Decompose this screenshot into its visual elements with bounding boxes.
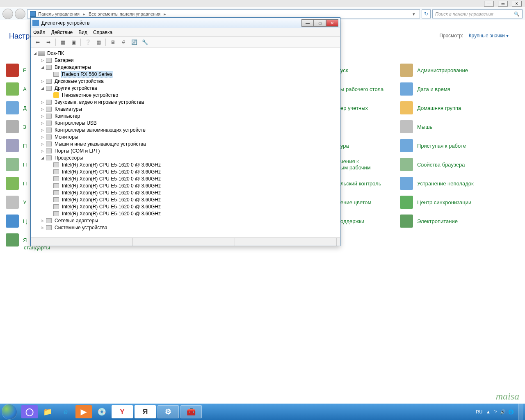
cp-item[interactable]: чения к ым рабочим	[340, 155, 402, 174]
tree-toggle[interactable]: ▷	[40, 58, 45, 63]
tree-row[interactable]: ▷Звуковые, видео и игровые устройства	[31, 98, 340, 105]
tree-toggle[interactable]: ▷	[40, 148, 45, 153]
tree-row[interactable]: ▷Дисковые устройства	[31, 78, 340, 84]
tree-toggle[interactable]: ▷	[40, 225, 45, 230]
view-selector[interactable]: Просмотр: Крупные значки ▾	[439, 33, 509, 39]
tree-row[interactable]: Intel(R) Xeon(R) CPU E5-1620 0 @ 3.60GHz	[31, 168, 340, 175]
tree-row[interactable]: ▷Контроллеры USB	[31, 119, 340, 126]
search-icon[interactable]: 🔍	[514, 11, 520, 17]
menu-item[interactable]: Файл	[33, 30, 46, 35]
cp-item[interactable]: Свойства браузера	[400, 155, 507, 174]
dm-maximize-button[interactable]: ▭	[314, 19, 326, 27]
tree-row[interactable]: Intel(R) Xeon(R) CPU E5-1620 0 @ 3.60GHz	[31, 210, 340, 217]
tree-toggle[interactable]: ◢	[32, 51, 37, 56]
show-desktop-button[interactable]	[518, 404, 523, 420]
cp-item[interactable]: П	[6, 155, 29, 174]
tree-row[interactable]: ▷Сетевые адаптеры	[31, 217, 340, 224]
tree-row[interactable]: ◢Другие устройства	[31, 84, 340, 91]
tree-toggle[interactable]: ◢	[40, 155, 45, 160]
minimize-button[interactable]: —	[484, 1, 494, 7]
tray-icon[interactable]: 🔊	[500, 409, 506, 414]
menu-item[interactable]: Действие	[51, 30, 73, 35]
cp-item[interactable]: уск	[340, 61, 402, 80]
tree-row[interactable]: Radeon RX 560 Series	[31, 71, 340, 78]
toolbar-button[interactable]: 🔧	[140, 38, 149, 47]
tree-row[interactable]: ◢Процессоры	[31, 154, 340, 161]
cp-item[interactable]: Администрирование	[400, 61, 507, 80]
close-button[interactable]: ✕	[512, 1, 522, 7]
tree-toggle[interactable]: ▷	[40, 114, 45, 119]
tree-toggle[interactable]: ◢	[40, 65, 45, 70]
toolbar-button[interactable]: 🖨	[119, 38, 128, 47]
system-tray[interactable]: RU ▲🏳🔊🌐	[476, 409, 518, 415]
start-button[interactable]	[2, 404, 17, 420]
cp-item[interactable]: Центр синхронизации	[400, 193, 507, 212]
tree-row[interactable]: ◢Dos-ПК	[31, 50, 340, 57]
tree-toggle[interactable]: ▷	[40, 121, 45, 126]
tray-icon[interactable]: 🌐	[508, 409, 514, 414]
tree-row[interactable]: Intel(R) Xeon(R) CPU E5-1620 0 @ 3.60GHz	[31, 175, 340, 182]
toolbar-button[interactable]: ➡	[44, 38, 53, 47]
menu-item[interactable]: Справка	[93, 30, 112, 35]
tree-row[interactable]: ▷Батареи	[31, 57, 340, 64]
cp-item[interactable]	[340, 231, 402, 249]
cp-item[interactable]: Д	[6, 98, 29, 117]
taskbar-control-panel-button[interactable]: ⚙	[158, 405, 179, 418]
cp-item[interactable]: ы рабочего стола	[340, 80, 402, 98]
toolbar-button[interactable]: ▣	[69, 38, 78, 47]
cp-item[interactable]: ер учетных	[340, 98, 402, 117]
taskbar-explorer-button[interactable]: 📁	[39, 405, 56, 418]
cp-item[interactable]: Приступая к работе	[400, 136, 507, 155]
toolbar-button[interactable]: 🔄	[130, 38, 139, 47]
cp-item[interactable]: У	[6, 193, 29, 212]
dm-minimize-button[interactable]: —	[301, 19, 314, 27]
refresh-button[interactable]: ↻	[422, 9, 431, 18]
taskbar-wmp-button[interactable]: ▶	[75, 405, 92, 418]
maximize-button[interactable]: ▭	[498, 1, 508, 7]
cp-item[interactable]	[340, 117, 402, 136]
cp-item[interactable]: Устранение неполадок	[400, 174, 507, 193]
tree-row[interactable]: ▷Мониторы	[31, 133, 340, 140]
cp-item[interactable]: ура	[340, 136, 402, 155]
tree-row[interactable]: Intel(R) Xeon(R) CPU E5-1620 0 @ 3.60GHz	[31, 189, 340, 196]
toolbar-button[interactable]: ▦	[94, 38, 103, 47]
nav-back-button[interactable]	[2, 9, 13, 19]
cp-item[interactable]: ение цветом	[340, 193, 402, 212]
view-value[interactable]: Крупные значки ▾	[469, 33, 509, 39]
cp-item[interactable]: F	[6, 61, 29, 80]
menu-item[interactable]: Вид	[78, 30, 87, 35]
tree-toggle[interactable]: ◢	[40, 86, 45, 91]
taskbar-cortana-button[interactable]: ◯	[21, 405, 38, 418]
search-input[interactable]: Поиск в панели управления 🔍	[432, 9, 523, 18]
tree-toggle[interactable]: ▷	[40, 218, 45, 223]
tree-row[interactable]: Intel(R) Xeon(R) CPU E5-1620 0 @ 3.60GHz	[31, 196, 340, 203]
cp-item[interactable]: Ц	[6, 212, 29, 231]
tree-row[interactable]: Intel(R) Xeon(R) CPU E5-1620 0 @ 3.60GHz	[31, 203, 340, 210]
tree-row[interactable]: ▷Мыши и иные указывающие устройства	[31, 140, 340, 147]
cp-item[interactable]: Домашняя группа	[400, 98, 507, 117]
cp-item[interactable]: А	[6, 80, 29, 98]
cp-item[interactable]: П	[6, 174, 29, 193]
tray-icon[interactable]: 🏳	[493, 409, 498, 414]
cp-item[interactable]: З	[6, 117, 29, 136]
tree-toggle[interactable]: ▷	[40, 128, 45, 132]
cp-item[interactable]: Электропитание	[400, 212, 507, 231]
nav-forward-button[interactable]	[15, 9, 25, 19]
toolbar-button[interactable]: ▦	[58, 38, 67, 47]
dm-titlebar[interactable]: Диспетчер устройств — ▭ ✕	[31, 18, 340, 28]
breadcrumb-part-0[interactable]: Панель управления	[38, 11, 80, 16]
toolbar-button[interactable]: ⬅	[33, 38, 42, 47]
tree-row[interactable]: Неизвестное устройство	[31, 91, 340, 98]
tree-row[interactable]: Intel(R) Xeon(R) CPU E5-1620 0 @ 3.60GHz	[31, 182, 340, 189]
device-tree[interactable]: ◢Dos-ПК▷Батареи◢ВидеоадаптерыRadeon RX 5…	[31, 48, 340, 237]
taskbar-ie-button[interactable]: e	[57, 405, 74, 418]
cp-item[interactable]: льский контроль	[340, 174, 402, 193]
tree-row[interactable]: ▷Системные устройства	[31, 224, 340, 231]
tree-toggle[interactable]: ▷	[40, 142, 45, 146]
tree-toggle[interactable]: ▷	[40, 100, 45, 105]
tray-icon[interactable]: ▲	[486, 409, 491, 414]
tree-toggle[interactable]: ▷	[40, 79, 45, 84]
tree-row[interactable]: ▷Порты (COM и LPT)	[31, 147, 340, 154]
cp-item[interactable]: П	[6, 136, 29, 155]
taskbar-setup-button[interactable]: 💿	[94, 405, 110, 418]
